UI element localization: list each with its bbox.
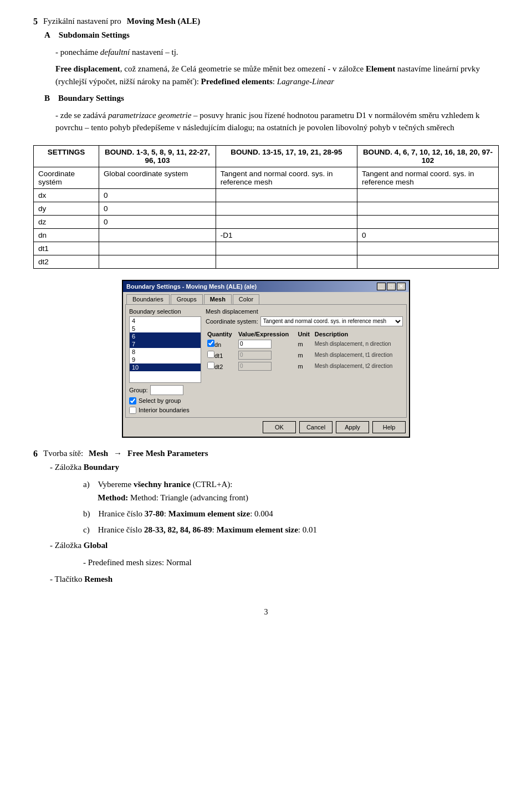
subsection-a: A Subdomain Settings - ponecháme default… <box>44 29 499 88</box>
mesh-table-row: dt1mMesh displacement, t1 direction <box>206 350 403 361</box>
dialog-title: Boundary Settings - Moving Mesh (ALE) (a… <box>126 283 257 290</box>
section6-global-subsection: - Záložka Global - Predefined mesh sizes… <box>50 539 499 569</box>
mesh-displacement-label: Mesh displacement <box>206 308 403 315</box>
dialog-body: Boundary selection 45678910 Group: Selec… <box>125 304 407 418</box>
dialog-container: Boundary Settings - Moving Mesh (ALE) (a… <box>33 280 499 438</box>
table-row: dx0 <box>34 188 499 202</box>
section-number: 5 <box>33 17 38 27</box>
select-by-group-row: Select by group <box>129 397 201 404</box>
global-label-row: - Záložka Global <box>50 539 499 552</box>
table-header-1: BOUND. 1-3, 5, 8, 9, 11, 22-27, 96, 103 <box>99 145 216 167</box>
boundary-label-row: - Záložka Boundary <box>50 461 499 474</box>
listbox-item[interactable]: 10 <box>130 363 201 371</box>
subsection-a-text2: Free displacement, což znamená, že Celá … <box>55 63 499 88</box>
subsection-a-title: Subdomain Settings <box>59 30 130 39</box>
boundary-item-b: b) Hranice číslo 37-80: Maximum element … <box>83 507 499 520</box>
mesh-col-quantity: Quantity <box>206 330 237 339</box>
item-c-letter: c) <box>83 525 90 534</box>
mesh-value-input[interactable] <box>238 351 272 360</box>
section6-arrow: → <box>114 449 122 459</box>
mesh-qty-checkbox[interactable] <box>207 340 214 347</box>
close-button[interactable]: ✕ <box>397 283 406 290</box>
table-row: dt1 <box>34 242 499 255</box>
maximize-button[interactable]: □ <box>387 283 396 290</box>
table-row: dt2 <box>34 255 499 268</box>
subsection-b-header: B Boundary Settings <box>44 92 499 105</box>
dialog-window: Boundary Settings - Moving Mesh (ALE) (a… <box>122 280 410 438</box>
boundary-items: a) Vybereme všechny hranice (CTRL+A): Me… <box>83 478 499 536</box>
subsection-b-label: B <box>44 94 50 103</box>
tab-color[interactable]: Color <box>233 294 259 304</box>
listbox-item[interactable]: 9 <box>130 356 201 363</box>
coord-system-select[interactable]: Tangent and normal coord. sys. in refere… <box>260 316 403 326</box>
page-number: 3 <box>33 608 499 617</box>
remesh-row: - Tlačítko Remesh <box>50 573 499 586</box>
interior-boundaries-row: Interior boundaries <box>129 407 201 414</box>
table-header-3: BOUND. 4, 6, 7, 10, 12, 16, 18, 20, 97-1… <box>357 145 498 167</box>
table-header-0: SETTINGS <box>34 145 99 167</box>
table-row: Coordinate systémGlobal coordinate syste… <box>34 167 499 188</box>
mesh-desc: Mesh displacement, t1 direction <box>313 350 403 361</box>
mesh-value-input[interactable] <box>238 362 272 371</box>
mesh-col-desc: Description <box>313 330 403 339</box>
mesh-displacement-table: Quantity Value/Expression Unit Descripti… <box>206 330 403 372</box>
mesh-qty-checkbox[interactable] <box>207 351 214 358</box>
page-content: 5 Fyzikální nastavení pro Moving Mesh (A… <box>33 17 499 617</box>
help-button[interactable]: Help <box>372 421 406 433</box>
tab-groups[interactable]: Groups <box>171 294 203 304</box>
section-title-bold: Moving Mesh (ALE) <box>127 17 201 27</box>
select-by-group-label: Select by group <box>139 397 181 404</box>
listbox-item[interactable]: 5 <box>130 325 201 332</box>
mesh-qty-checkbox[interactable] <box>207 362 214 369</box>
mesh-unit: m <box>296 350 313 361</box>
boundary-item-c: c) Hranice číslo 28-33, 82, 84, 86-89: M… <box>83 523 499 536</box>
global-items: - Predefined mesh sizes: Normal <box>83 556 499 569</box>
titlebar-buttons: _ □ ✕ <box>377 283 406 290</box>
select-by-group-checkbox[interactable] <box>129 397 136 404</box>
listbox-item[interactable]: 6 <box>130 332 201 340</box>
ok-button[interactable]: OK <box>263 421 296 433</box>
group-row: Group: <box>129 385 201 395</box>
section5-header: 5 Fyzikální nastavení pro Moving Mesh (A… <box>33 17 499 27</box>
interior-boundaries-checkbox[interactable] <box>129 407 136 414</box>
boundary-selection-label: Boundary selection <box>129 308 201 315</box>
subsection-b: B Boundary Settings - zde se zadává para… <box>44 92 499 134</box>
subsection-a-text1: - ponecháme defaultní nastavení – tj. <box>55 46 499 59</box>
mesh-col-value: Value/Expression <box>237 330 296 339</box>
boundary-listbox[interactable]: 45678910 <box>129 316 201 383</box>
section6-remesh: - Tlačítko Remesh <box>50 573 499 586</box>
table-row: dn-D10 <box>34 228 499 242</box>
group-input[interactable] <box>150 385 183 395</box>
listbox-item[interactable]: 8 <box>130 348 201 356</box>
subsection-b-title: Boundary Settings <box>58 94 124 103</box>
method-label: Method: <box>98 493 128 502</box>
left-panel: Boundary selection 45678910 Group: Selec… <box>129 308 201 414</box>
mesh-col-unit: Unit <box>296 330 313 339</box>
minimize-button[interactable]: _ <box>377 283 386 290</box>
cancel-button[interactable]: Cancel <box>299 421 332 433</box>
tab-mesh[interactable]: Mesh <box>204 294 232 304</box>
item-b-letter: b) <box>83 509 90 518</box>
mesh-qty-label: dt2 <box>214 363 223 370</box>
listbox-item[interactable]: 7 <box>130 340 201 348</box>
section6-boundary-subsection: - Záložka Boundary a) Vybereme všechny h… <box>50 461 499 537</box>
mesh-table-row: dnmMesh displacement, n direction <box>206 339 403 350</box>
table-row: dy0 <box>34 202 499 215</box>
section-title-intro: Fyzikální nastavení pro <box>43 17 121 27</box>
tab-boundaries[interactable]: Boundaries <box>126 294 170 304</box>
coord-system-label: Coordinate system: <box>206 318 258 325</box>
item-a-letter: a) <box>83 480 90 489</box>
mesh-value-input[interactable] <box>238 340 272 349</box>
global-bold-label: Global <box>84 541 108 550</box>
coord-row: Coordinate system: Tangent and normal co… <box>206 316 403 326</box>
apply-button[interactable]: Apply <box>336 421 369 433</box>
predefined-item: - Predefined mesh sizes: Normal <box>83 556 499 569</box>
listbox-item[interactable]: 4 <box>130 317 201 325</box>
right-panel: Mesh displacement Coordinate system: Tan… <box>206 308 403 414</box>
settings-table: SETTINGS BOUND. 1-3, 5, 8, 9, 11, 22-27,… <box>33 145 499 269</box>
dialog-titlebar: Boundary Settings - Moving Mesh (ALE) (a… <box>123 281 409 292</box>
group-label: Group: <box>129 387 148 393</box>
boundary-item-a: a) Vybereme všechny hranice (CTRL+A): Me… <box>83 478 499 504</box>
mesh-desc: Mesh displacement, t2 direction <box>313 361 403 372</box>
mesh-qty-label: dt1 <box>214 352 223 359</box>
